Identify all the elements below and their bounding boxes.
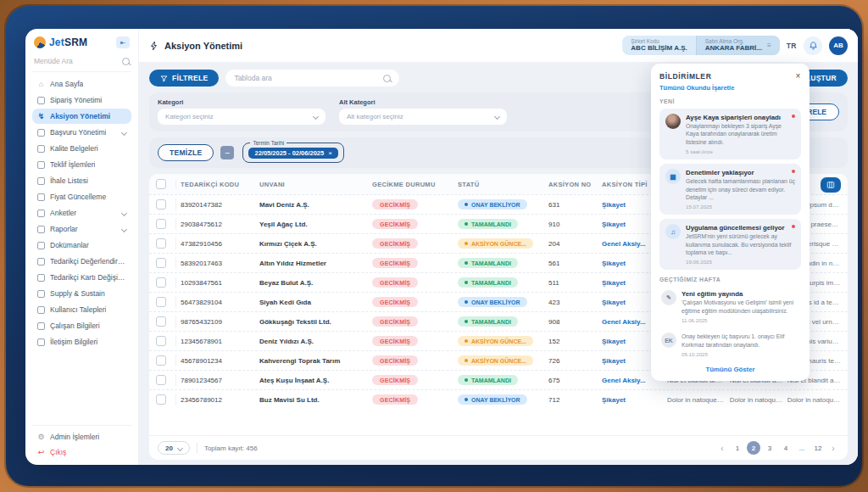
sidebar-item-ana-sayfa[interactable]: ⌂ Ana Sayfa bbox=[32, 76, 131, 92]
sidebar-item-teklif-i-lemleri[interactable]: Teklif İşlemleri bbox=[32, 157, 131, 172]
cell-aksiyon-tipi[interactable]: Şikayet bbox=[602, 396, 663, 404]
cell-aksiyon-no: 561 bbox=[548, 260, 598, 267]
sidebar-item-admin-i-lemleri[interactable]: ⚙ Admin İşlemleri bbox=[32, 429, 131, 444]
mark-all-read-link[interactable]: Tümünü Okundu İşaretle bbox=[659, 84, 801, 92]
sidebar-collapse-icon[interactable]: ⇤ bbox=[116, 36, 130, 48]
row-checkbox[interactable] bbox=[156, 199, 166, 210]
status-badge: TAMAMLANDI bbox=[458, 375, 518, 385]
row-checkbox[interactable] bbox=[156, 336, 166, 346]
termin-tarihi-filter: Termin Tarihi 22/05/2025 - 02/06/2025 × bbox=[242, 143, 343, 163]
show-all-link[interactable]: Tümünü Göster bbox=[659, 366, 801, 373]
search-icon bbox=[383, 75, 391, 82]
sidebar-item-tedarik-i-de-erlendirme[interactable]: Tedarikçi Değerlendirme bbox=[32, 254, 131, 269]
notifications-bell-button[interactable] bbox=[804, 36, 822, 55]
notification-item[interactable]: EK Onay bekleyen üç başvuru 1. onaycı El… bbox=[659, 329, 801, 359]
page-button-2[interactable]: 2 bbox=[747, 441, 760, 455]
notification-item[interactable]: ✎ Yeni eğitim yayında 'Çalışan Motivasyo… bbox=[659, 287, 801, 325]
clear-filters-button[interactable]: TEMİZLE bbox=[158, 144, 214, 161]
sidebar-item-supply-sustain[interactable]: Supply & Sustain bbox=[32, 286, 131, 301]
cell-tedarikci-kodu: 98765432109 bbox=[181, 318, 255, 326]
column-header-geci-kme-durumu[interactable]: GECİKME DURUMU bbox=[372, 181, 453, 188]
company-org-selector: Şirket Kodu ABC BİLİŞİM A.Ş. Satın Alma … bbox=[622, 36, 779, 55]
row-checkbox[interactable] bbox=[156, 258, 166, 268]
logout-icon: ↩ bbox=[37, 449, 45, 456]
sidebar-item-raporlar[interactable]: Raporlar bbox=[32, 221, 131, 237]
sidebar-search-input[interactable]: Menüde Ara bbox=[32, 54, 131, 72]
sidebar-item-label: Kullanıcı Talepleri bbox=[50, 305, 106, 314]
row-checkbox[interactable] bbox=[156, 355, 166, 366]
cell-unvani: Buz Mavisi Su Ltd. bbox=[259, 396, 368, 404]
column-settings-button[interactable] bbox=[821, 177, 841, 193]
table-footer: 20 Toplam kayıt: 456 ‹1234...12› bbox=[149, 435, 848, 460]
row-checkbox[interactable] bbox=[156, 219, 166, 229]
page-button-1[interactable]: 1 bbox=[731, 441, 744, 455]
org-lines-icon: ≡ bbox=[767, 42, 771, 49]
date-range-chip[interactable]: 22/05/2025 - 02/06/2025 × bbox=[248, 148, 337, 159]
sidebar-item-anketler[interactable]: Anketler bbox=[32, 205, 131, 221]
cell-aksiyon-no: 511 bbox=[548, 279, 598, 287]
language-selector[interactable]: TR bbox=[787, 42, 797, 50]
sidebar-item-label: Raporlar bbox=[50, 225, 78, 233]
select-all-checkbox[interactable] bbox=[156, 179, 166, 189]
next-page-button[interactable]: › bbox=[827, 444, 839, 453]
supplier-evaluation-icon bbox=[37, 258, 45, 266]
row-checkbox[interactable] bbox=[156, 316, 166, 327]
cell-tanim-2: Dolor in natoque cons... bbox=[730, 396, 783, 404]
page-button-4[interactable]: 4 bbox=[779, 441, 793, 455]
sidebar-item-k[interactable]: ↩ Çıkış bbox=[32, 444, 131, 460]
row-checkbox[interactable] bbox=[156, 394, 166, 405]
sidebar-item-i-leti-im-bilgileri[interactable]: İletişim Bilgileri bbox=[32, 334, 131, 349]
row-checkbox[interactable] bbox=[156, 297, 166, 307]
notification-item[interactable]: ♫ Uygulama güncellemesi geliyor JetSRM'n… bbox=[659, 219, 801, 270]
cell-tedarikci-kodu: 47382910456 bbox=[181, 240, 255, 248]
sidebar-item-i-hale-listesi[interactable]: İhale Listesi bbox=[32, 173, 131, 188]
column-header-unvani[interactable]: UNVANI bbox=[259, 181, 368, 188]
sidebar-item-dok-manlar[interactable]: Dokümanlar bbox=[32, 238, 131, 253]
kategori-label: Kategori bbox=[158, 98, 326, 106]
column-header-tedari-k-i-kodu[interactable]: TEDARİKÇİ KODU bbox=[181, 181, 255, 188]
sidebar-item-aksiyon-y-netimi[interactable]: ↯ Aksiyon Yönetimi bbox=[32, 109, 131, 124]
close-icon[interactable]: × bbox=[796, 71, 801, 81]
status-badge: ONAY BEKLİYOR bbox=[458, 297, 527, 307]
sidebar-item-kalite-belgeleri[interactable]: Kalite Belgeleri bbox=[32, 141, 131, 156]
sidebar-item-al-an-bilgileri[interactable]: Çalışan Bilgileri bbox=[32, 318, 131, 333]
column-header-stat[interactable]: STATÜ bbox=[458, 181, 544, 188]
close-icon[interactable]: × bbox=[328, 149, 332, 157]
row-checkbox[interactable] bbox=[156, 238, 166, 249]
sidebar-item-tedarik-i-kart-de-i-ikli[interactable]: Tedarikçi Kartı Değişikli... bbox=[32, 270, 131, 285]
sidebar-item-fiyat-g-ncelleme[interactable]: Fiyat Güncelleme bbox=[32, 189, 131, 204]
gecikme-badge: GECİKMİŞ bbox=[372, 375, 418, 385]
previous-page-button[interactable]: ‹ bbox=[716, 444, 728, 453]
status-dot-icon bbox=[465, 261, 468, 265]
cell-tedarikci-kodu: 29038475612 bbox=[181, 221, 255, 228]
remove-filter-button[interactable]: − bbox=[220, 146, 234, 159]
sidebar-item-sipari-y-netimi[interactable]: Sipariş Yönetimi bbox=[32, 92, 131, 108]
notification-time: 11.06.2025 bbox=[682, 317, 799, 323]
company-code-selector[interactable]: Şirket Kodu ABC BİLİŞİM A.Ş. bbox=[622, 36, 695, 55]
table-search-input[interactable]: Tabloda ara bbox=[225, 70, 399, 87]
sidebar-item-ba-vuru-y-netimi[interactable]: Başvuru Yönetimi bbox=[32, 125, 131, 140]
cell-aksiyon-no: 908 bbox=[548, 318, 598, 326]
row-checkbox[interactable] bbox=[156, 375, 166, 385]
page-size-select[interactable]: 20 bbox=[158, 441, 190, 455]
status-dot-icon bbox=[465, 378, 468, 382]
status-dot-icon bbox=[465, 339, 468, 343]
notification-item[interactable]: ▦ Denetimler yaklaşıyor Gelecek hafta ta… bbox=[659, 164, 801, 215]
notification-item[interactable]: Ayşe Kaya siparişleri onayladı Onaylanma… bbox=[659, 109, 801, 159]
alt-kategori-select[interactable]: Alt kategori seçiniz bbox=[339, 109, 507, 125]
filter-button[interactable]: FİLTRELE bbox=[149, 70, 219, 87]
row-checkbox[interactable] bbox=[156, 277, 166, 288]
kategori-select[interactable]: Kategori seçiniz bbox=[158, 109, 326, 125]
purchase-org-selector[interactable]: Satın Alma Org. ANKARA FABRİ... ≡ bbox=[696, 36, 780, 55]
cell-aksiyon-no: 712 bbox=[548, 396, 598, 404]
page-button-3[interactable]: 3 bbox=[763, 441, 776, 455]
sidebar-item-kullan-c-talepleri[interactable]: Kullanıcı Talepleri bbox=[32, 302, 131, 317]
table-row[interactable]: 23456789012 Buz Mavisi Su Ltd. GECİKMİŞ … bbox=[149, 389, 848, 409]
sidebar-item-label: Anketler bbox=[50, 209, 76, 217]
sidebar-item-label: Tedarikçi Kartı Değişikli... bbox=[50, 273, 126, 282]
user-avatar[interactable]: AB bbox=[829, 36, 848, 55]
cell-tedarikci-kodu: 23456789012 bbox=[181, 396, 255, 404]
page-button-12[interactable]: 12 bbox=[811, 441, 825, 455]
column-header-aksi-yon-no[interactable]: AKSİYON NO bbox=[548, 181, 598, 188]
cell-unvani: Yeşil Ağaç Ltd. bbox=[259, 221, 368, 228]
